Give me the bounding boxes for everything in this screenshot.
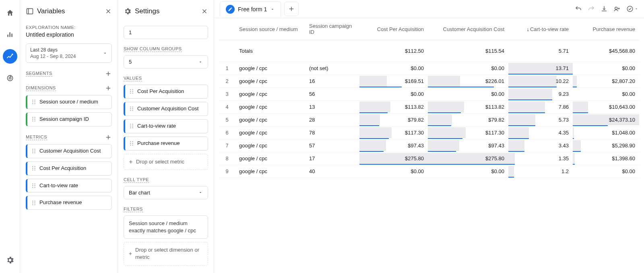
- totals-row: Totals $112.50 $115.54 5.71 $45,568.80: [219, 40, 639, 62]
- show-column-groups-label: SHOW COLUMN GROUPS: [124, 46, 182, 52]
- show-column-groups-select[interactable]: 5: [124, 55, 208, 68]
- add-segment-button[interactable]: [105, 70, 112, 77]
- col-campaign-id[interactable]: Session campaign ID: [305, 18, 359, 40]
- exploration-name-value[interactable]: Untitled exploration: [26, 31, 112, 38]
- svg-point-10: [32, 117, 33, 118]
- svg-point-58: [130, 141, 131, 142]
- svg-point-20: [32, 152, 33, 153]
- svg-point-33: [34, 187, 35, 188]
- start-row-input[interactable]: 1: [124, 26, 208, 39]
- pencil-icon: [226, 5, 235, 14]
- admin-gear-icon[interactable]: [3, 253, 17, 267]
- col-revenue[interactable]: Purchase revenue: [573, 18, 639, 40]
- col-cac[interactable]: Customer Acquisition Cost: [428, 18, 508, 40]
- variables-title: Variables: [26, 7, 65, 15]
- col-source-medium[interactable]: Session source / medium: [235, 18, 305, 40]
- svg-point-61: [132, 143, 133, 144]
- cell-type-select[interactable]: Bar chart: [124, 186, 208, 199]
- value-chip[interactable]: Customer Acquisition Cost: [124, 102, 208, 116]
- svg-point-54: [130, 126, 131, 126]
- drag-handle-icon[interactable]: [31, 165, 36, 171]
- download-icon[interactable]: [601, 5, 608, 12]
- svg-point-45: [132, 93, 133, 94]
- close-icon[interactable]: [105, 8, 112, 15]
- chip-label: Customer Acquisition Cost: [39, 148, 101, 155]
- drag-handle-icon[interactable]: [129, 123, 134, 129]
- drop-metric-target[interactable]: Drop or select metric: [124, 154, 208, 170]
- table-row[interactable]: 2 google / cpc 16 $169.51 $226.01 10.22 …: [219, 75, 639, 88]
- svg-point-2: [9, 77, 11, 79]
- explore-icon[interactable]: [3, 49, 17, 64]
- cell-type-label: CELL TYPE: [124, 177, 149, 183]
- variables-panel: Variables EXPLORATION NAME: Untitled exp…: [20, 0, 118, 273]
- table-row[interactable]: 6 google / cpc 78 $117.30 $117.30 4.35 $…: [219, 126, 639, 139]
- chip-label: Session source / medium: [39, 99, 98, 105]
- drop-filter-target[interactable]: Drop or select dimension or metric: [124, 242, 208, 265]
- svg-point-56: [130, 127, 131, 128]
- svg-point-43: [132, 91, 133, 92]
- table-row[interactable]: 8 google / cpc 17 $275.80 $275.80 1.35 $…: [219, 152, 639, 165]
- svg-point-11: [34, 117, 35, 118]
- dimension-chip[interactable]: Session source / medium: [26, 95, 112, 109]
- filter-chip[interactable]: Session source / medium exactly matches …: [124, 215, 208, 239]
- svg-point-24: [32, 168, 33, 169]
- svg-point-21: [34, 152, 35, 153]
- svg-point-52: [130, 124, 131, 125]
- settings-title: Settings: [124, 7, 159, 15]
- drag-handle-icon[interactable]: [129, 89, 134, 94]
- svg-point-65: [627, 6, 633, 12]
- value-chip[interactable]: Cart-to-view rate: [124, 119, 208, 133]
- svg-point-60: [130, 143, 131, 144]
- drag-handle-icon[interactable]: [129, 141, 134, 146]
- insights-icon[interactable]: [626, 5, 638, 12]
- svg-point-49: [132, 108, 133, 109]
- drag-handle-icon[interactable]: [31, 148, 36, 154]
- drag-handle-icon[interactable]: [31, 99, 36, 105]
- drag-handle-icon[interactable]: [31, 116, 36, 122]
- svg-point-63: [132, 145, 133, 145]
- exploration-name-label: EXPLORATION NAME:: [26, 25, 112, 30]
- col-cart-to-view[interactable]: Cart-to-view rate: [508, 18, 573, 40]
- drag-handle-icon[interactable]: [129, 106, 134, 112]
- value-chip[interactable]: Purchase revenue: [124, 136, 208, 151]
- svg-point-9: [34, 103, 35, 104]
- metric-chip[interactable]: Customer Acquisition Cost: [26, 144, 112, 158]
- metrics-label: METRICS: [26, 134, 47, 140]
- add-dimension-button[interactable]: [105, 85, 112, 92]
- add-tab-button[interactable]: [284, 2, 299, 16]
- nav-rail: [0, 0, 20, 273]
- svg-point-19: [34, 151, 35, 151]
- metric-chip[interactable]: Purchase revenue: [26, 196, 112, 210]
- value-chip[interactable]: Cost Per Acquisition: [124, 85, 208, 99]
- share-icon[interactable]: [613, 5, 621, 12]
- metric-chip[interactable]: Cost Per Acquisition: [26, 161, 112, 176]
- col-cpa[interactable]: Cost Per Acquisition: [359, 18, 428, 40]
- drag-handle-icon[interactable]: [31, 183, 36, 188]
- drag-handle-icon[interactable]: [31, 200, 36, 206]
- svg-point-17: [34, 149, 35, 150]
- table-row[interactable]: 1 google / cpc (not set) $0.00 $0.00 13.…: [219, 62, 639, 75]
- add-metric-button[interactable]: [105, 134, 112, 141]
- tab-free-form-1[interactable]: Free form 1: [220, 1, 281, 17]
- reports-icon[interactable]: [3, 27, 17, 42]
- chevron-down-icon: [198, 190, 203, 195]
- svg-point-35: [34, 201, 35, 201]
- table-row[interactable]: 5 google / cpc 28 $79.82 $79.82 5.73 $24…: [219, 114, 639, 126]
- svg-point-7: [34, 101, 35, 102]
- dimension-chip[interactable]: Session campaign ID: [26, 112, 112, 126]
- advertising-icon[interactable]: [3, 71, 17, 85]
- data-table: Session source / medium Session campaign…: [219, 18, 639, 178]
- table-row[interactable]: 3 google / cpc 56 $0.00 $0.00 9.23 $0.00: [219, 88, 639, 101]
- table-row[interactable]: 4 google / cpc 13 $113.82 $113.82 7.86 $…: [219, 101, 639, 114]
- close-icon[interactable]: [201, 8, 208, 15]
- metric-chip[interactable]: Cart-to-view rate: [26, 179, 112, 193]
- home-icon[interactable]: [3, 6, 17, 20]
- table-row[interactable]: 9 google / cpc 40 $0.00 $0.00 1.2 $0.00: [219, 165, 639, 178]
- chip-label: Cart-to-view rate: [137, 123, 176, 130]
- date-range-picker[interactable]: Last 28 days Aug 12 - Sep 8, 2024: [26, 43, 112, 63]
- redo-icon[interactable]: [588, 5, 595, 12]
- table-row[interactable]: 7 google / cpc 57 $97.43 $97.43 3.43 $5,…: [219, 139, 639, 152]
- chevron-down-icon[interactable]: [270, 7, 275, 12]
- svg-point-64: [615, 7, 617, 10]
- undo-icon[interactable]: [575, 5, 582, 12]
